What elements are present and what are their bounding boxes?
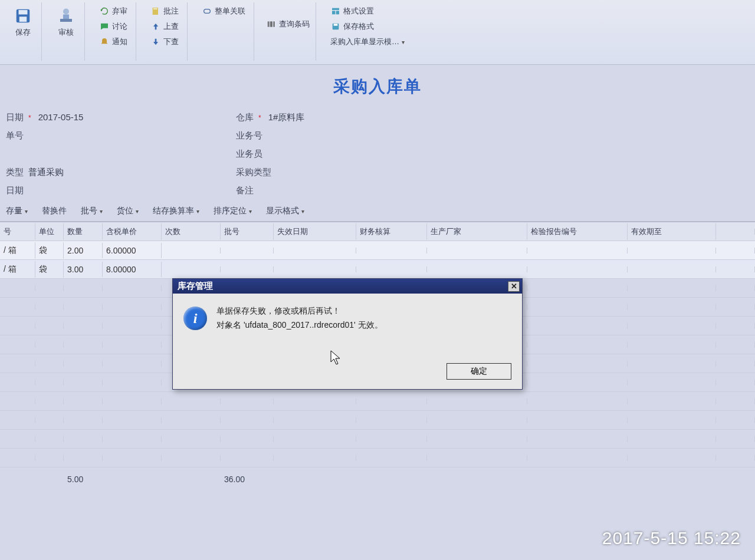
table-cell[interactable] <box>274 248 356 253</box>
svg-rect-9 <box>271 21 272 27</box>
col-seq[interactable]: 号 <box>0 223 35 240</box>
dialog-message: 单据保存失败，修改或稍后再试！ 对象名 'ufdata_800_2017..rd… <box>216 304 383 354</box>
table-cell[interactable] <box>162 248 221 253</box>
filter-settle[interactable]: 结存换算率▾ <box>153 206 199 216</box>
format-set-button[interactable]: 格式设置 <box>328 5 407 18</box>
dialog-footer: 确定 <box>173 358 522 389</box>
table-cell[interactable]: 袋 <box>35 261 64 278</box>
table-cell[interactable] <box>162 266 221 272</box>
discuss-button[interactable]: 讨论 <box>97 20 130 33</box>
annotate-button[interactable]: 批注 <box>148 5 181 18</box>
barcode-button[interactable]: 查询条码 <box>264 4 312 31</box>
svg-rect-12 <box>332 8 339 10</box>
filter-replace[interactable]: 替换件 <box>42 206 67 216</box>
table-cell[interactable] <box>274 266 356 272</box>
save-button[interactable]: 保存 <box>8 4 38 40</box>
svg-rect-16 <box>334 24 338 25</box>
col-taxprice[interactable]: 含税单价 <box>103 223 162 240</box>
ribbon-group-file: 保存 <box>5 2 42 61</box>
svg-rect-1 <box>19 10 28 15</box>
totals-row: 5.00 36.00 <box>0 467 755 486</box>
dialog-titlebar[interactable]: 库存管理 ✕ <box>173 279 522 294</box>
table-cell[interactable] <box>427 248 527 253</box>
notify-button[interactable]: 通知 <box>97 35 130 48</box>
table-cell[interactable] <box>527 266 628 272</box>
table-cell[interactable]: 6.00000 <box>103 243 162 258</box>
table-cell[interactable]: 8.00000 <box>103 262 162 277</box>
label-warehouse: 仓库 <box>236 112 254 123</box>
filter-display[interactable]: 显示格式▾ <box>266 206 304 216</box>
review-button[interactable]: 审核 <box>51 4 81 40</box>
table-cell[interactable] <box>356 248 427 253</box>
chat-icon <box>99 21 110 32</box>
ribbon-group-format: 格式设置 保存格式 采购入库单显示模… ▾ <box>322 2 413 61</box>
label-date: 日期 <box>6 112 24 123</box>
table-row[interactable]: / 箱袋2.006.00000 <box>0 241 755 260</box>
label-type: 类型 <box>6 167 24 178</box>
table-cell[interactable] <box>628 266 716 272</box>
arrow-up-icon <box>150 21 161 32</box>
field-remark: 备注 <box>236 185 525 196</box>
col-expire[interactable]: 失效日期 <box>274 223 356 240</box>
value-date[interactable]: 2017-05-15 <box>38 112 84 122</box>
table-cell[interactable] <box>628 248 716 253</box>
table-row[interactable]: / 箱袋3.008.00000 <box>0 260 755 279</box>
field-bizno: 业务号 <box>236 130 525 141</box>
table-row[interactable] <box>0 392 755 411</box>
table-cell[interactable]: 3.00 <box>64 262 103 277</box>
col-vendor[interactable]: 生产厂家 <box>427 223 527 240</box>
save-icon <box>13 6 33 26</box>
svg-point-4 <box>63 9 69 15</box>
table-cell[interactable] <box>716 266 755 272</box>
svg-rect-10 <box>273 21 273 27</box>
table-cell[interactable] <box>221 248 274 253</box>
layout-icon <box>330 6 341 17</box>
svg-rect-7 <box>268 21 268 27</box>
table-cell[interactable]: / 箱 <box>0 242 35 259</box>
table-cell[interactable]: / 箱 <box>0 261 35 278</box>
table-row[interactable] <box>0 411 755 430</box>
close-icon: ✕ <box>511 282 517 291</box>
field-bizperson: 业务员 <box>236 149 525 160</box>
col-qty[interactable]: 数量 <box>64 223 103 240</box>
table-cell[interactable]: 2.00 <box>64 243 103 258</box>
filter-location[interactable]: 货位▾ <box>117 206 139 216</box>
close-button[interactable]: ✕ <box>508 281 520 292</box>
table-cell[interactable] <box>716 248 755 253</box>
table-cell[interactable] <box>356 266 427 272</box>
col-inspection[interactable]: 检验报告编号 <box>527 223 628 240</box>
downcheck-label: 下查 <box>163 37 179 47</box>
chevron-down-icon: ▾ <box>100 208 103 215</box>
col-unit[interactable]: 单位 <box>35 223 64 240</box>
col-batch[interactable]: 批号 <box>221 223 274 240</box>
total-amount: 36.00 <box>221 472 274 486</box>
table-cell[interactable] <box>427 266 527 272</box>
fulllink-button[interactable]: 整单关联 <box>199 5 248 18</box>
col-finance[interactable]: 财务核算 <box>356 223 427 240</box>
table-cell[interactable]: 袋 <box>35 242 64 259</box>
save-format-button[interactable]: 保存格式 <box>328 20 407 33</box>
discuss-label: 讨论 <box>112 21 127 32</box>
downcheck-button[interactable]: 下查 <box>148 35 181 48</box>
table-cell[interactable] <box>221 266 274 272</box>
filter-sort[interactable]: 排序定位▾ <box>214 206 252 216</box>
ribbon-toolbar: 保存 审核 弃审 讨论 通知 <box>0 0 755 65</box>
upcheck-button[interactable]: 上查 <box>148 20 181 33</box>
table-cell[interactable] <box>527 248 628 253</box>
table-row[interactable] <box>0 449 755 467</box>
ok-button[interactable]: 确定 <box>447 363 511 380</box>
table-row[interactable] <box>0 430 755 449</box>
value-type[interactable]: 普通采购 <box>28 167 64 178</box>
col-aux[interactable]: 次数 <box>162 223 221 240</box>
filter-stock[interactable]: 存量▾ <box>6 206 28 216</box>
review-label: 审核 <box>58 27 74 38</box>
ribbon-group-discuss: 弃审 讨论 通知 <box>91 2 136 61</box>
upcheck-label: 上查 <box>163 21 179 32</box>
value-warehouse[interactable]: 1#原料库 <box>268 112 305 123</box>
display-template-button[interactable]: 采购入库单显示模… ▾ <box>328 35 407 48</box>
filter-batch[interactable]: 批号▾ <box>81 206 103 216</box>
col-validto[interactable]: 有效期至 <box>628 223 716 240</box>
unreview-button[interactable]: 弃审 <box>97 5 130 18</box>
svg-rect-13 <box>332 11 335 14</box>
label-docno: 单号 <box>6 130 24 141</box>
